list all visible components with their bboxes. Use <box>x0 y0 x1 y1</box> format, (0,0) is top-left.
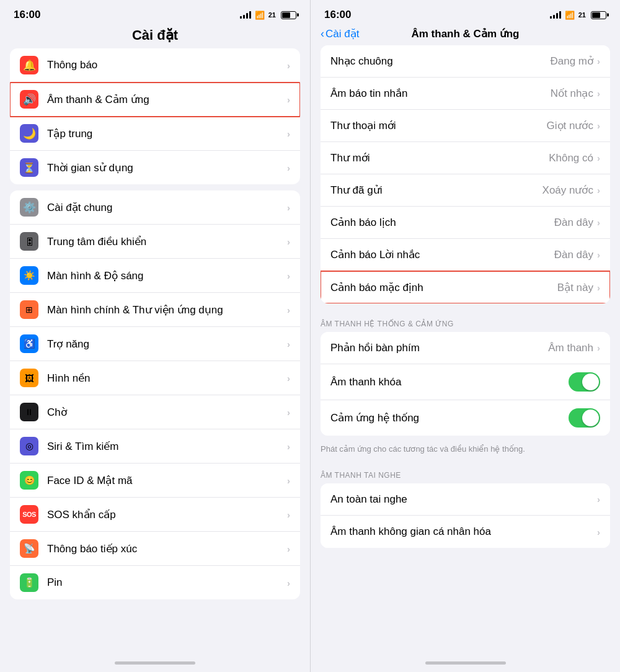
thu-da-gui-value: Xoáy nước <box>542 184 593 197</box>
am-thanh-khoa-toggle[interactable] <box>569 372 600 392</box>
left-status-bar: 16:00 📶 21 <box>0 0 310 25</box>
system-group: Phản hồi bàn phím Âm thanh › Âm thanh kh… <box>321 332 610 436</box>
right-battery-number: 21 <box>578 11 586 19</box>
settings-item-hinh-nen[interactable]: 🖼 Hình nền › <box>10 361 300 395</box>
settings-item-sos[interactable]: SOS SOS khẩn cấp › <box>10 498 300 532</box>
chevron-icon: › <box>597 343 600 353</box>
canh-bao-mac-dinh-label: Cảnh báo mặc định <box>330 281 557 294</box>
left-nav-bar: Cài đặt <box>0 25 310 48</box>
right-signal-icon <box>550 11 561 19</box>
am-thanh-khoa-label: Âm thanh khóa <box>330 376 569 388</box>
left-time: 16:00 <box>14 9 40 21</box>
left-home-indicator <box>0 653 310 672</box>
chevron-icon: › <box>287 509 290 520</box>
am-thanh-label: Âm thanh & Cảm ứng <box>47 93 287 106</box>
chevron-icon: › <box>597 249 600 260</box>
hearing-section-header: ÂM THANH TAI NGHE <box>311 461 620 483</box>
right-content: Nhạc chuông Đang mở › Âm báo tin nhắn Nố… <box>311 45 620 653</box>
settings-item-face-id[interactable]: 😊 Face ID & Mật mã › <box>10 464 300 498</box>
settings-item-man-hinh-chinh[interactable]: ⊞ Màn hình chính & Thư viện ứng dụng › <box>10 293 300 327</box>
right-status-icons: 📶 21 <box>550 11 606 20</box>
right-battery-icon <box>591 11 606 19</box>
thong-bao-tiep-xuc-icon: 📡 <box>20 539 38 558</box>
system-item-am-thanh-khoa[interactable]: Âm thanh khóa <box>321 364 610 400</box>
battery-number: 21 <box>268 11 276 19</box>
chevron-icon: › <box>287 305 290 315</box>
settings-item-thoi-gian[interactable]: ⏳ Thời gian sử dụng › <box>10 151 300 184</box>
hearing-group: An toàn tai nghe › Âm thanh không gian c… <box>321 483 610 548</box>
pin-label: Pin <box>47 576 287 589</box>
system-section-header: ÂM THANH HỆ THỐNG & CẢM ỨNG <box>311 310 620 332</box>
thu-thoai-label: Thư thoại mới <box>330 119 547 132</box>
chevron-icon: › <box>287 128 290 139</box>
system-item-cam-ung-he-thong[interactable]: Cảm ứng hệ thống <box>321 400 610 436</box>
chevron-icon: › <box>287 407 290 418</box>
settings-item-cho[interactable]: ⏸ Chờ › <box>10 395 300 429</box>
ringtone-item-canh-bao-mac-dinh[interactable]: Cảnh báo mặc định Bật này › <box>321 271 610 303</box>
right-status-bar: 16:00 📶 21 <box>311 0 620 25</box>
siri-label: Siri & Tìm kiếm <box>47 440 287 453</box>
chevron-icon: › <box>287 202 290 213</box>
back-chevron-icon: ‹ <box>321 27 324 40</box>
settings-item-pin[interactable]: 🔋 Pin › <box>10 566 300 599</box>
hinh-nen-label: Hình nền <box>47 372 287 385</box>
thong-bao-label: Thông báo <box>47 59 287 71</box>
man-hinh-chinh-label: Màn hình chính & Thư viện ứng dụng <box>47 303 287 316</box>
chevron-icon: › <box>597 88 600 99</box>
back-button[interactable]: ‹ Cài đặt <box>321 27 383 40</box>
ringtone-item-canh-bao-loi-nhac[interactable]: Cảnh báo Lời nhắc Đàn dây › <box>321 239 610 271</box>
settings-item-tap-trung[interactable]: 🌙 Tập trung › <box>10 117 300 151</box>
chevron-icon: › <box>287 163 290 173</box>
right-page-title: Âm thanh & Cảm ứng <box>383 27 548 40</box>
system-section-footer: Phát cảm ứng cho các tương tác và điều k… <box>311 442 620 461</box>
settings-item-cai-dat-chung[interactable]: ⚙️ Cài đặt chung › <box>10 190 300 225</box>
cai-dat-chung-label: Cài đặt chung <box>47 201 287 214</box>
thu-moi-label: Thư mới <box>330 151 549 164</box>
settings-item-thong-bao[interactable]: 🔔 Thông báo › <box>10 48 300 83</box>
canh-bao-lich-label: Cảnh báo lịch <box>330 216 554 229</box>
toggle-knob <box>582 374 599 390</box>
face-id-icon: 😊 <box>20 471 38 490</box>
left-page-title: Cài đặt <box>10 27 300 43</box>
thong-bao-icon: 🔔 <box>20 56 38 74</box>
phan-hoi-ban-phim-label: Phản hồi bàn phím <box>330 341 548 354</box>
chevron-icon: › <box>287 94 290 105</box>
wifi-icon: 📶 <box>255 11 265 20</box>
thu-thoai-value: Giọt nước <box>547 119 593 132</box>
thong-bao-tiep-xuc-label: Thông báo tiếp xúc <box>47 542 287 555</box>
home-bar <box>115 661 195 665</box>
ringtone-item-thu-thoai[interactable]: Thư thoại mới Giọt nước › <box>321 110 610 142</box>
left-settings-list[interactable]: 🔔 Thông báo › 🔊 Âm thanh & Cảm ứng › 🌙 T… <box>0 48 310 653</box>
settings-item-am-thanh[interactable]: 🔊 Âm thanh & Cảm ứng › <box>10 83 300 117</box>
am-thanh-khong-gian-label: Âm thanh không gian cá nhân hóa <box>330 526 597 538</box>
hearing-item-an-toan-tai-nghe[interactable]: An toàn tai nghe › <box>321 483 610 516</box>
settings-item-tro-nang[interactable]: ♿ Trợ năng › <box>10 327 300 361</box>
ringtone-item-thu-moi[interactable]: Thư mới Không có › <box>321 142 610 174</box>
hearing-item-am-thanh-khong-gian[interactable]: Âm thanh không gian cá nhân hóa › <box>321 516 610 548</box>
sos-icon: SOS <box>20 505 38 524</box>
ringtone-item-nhac-chuong[interactable]: Nhạc chuông Đang mở › <box>321 45 610 78</box>
chevron-icon: › <box>597 56 600 66</box>
cam-ung-he-thong-toggle[interactable] <box>569 408 600 428</box>
thoi-gian-label: Thời gian sử dụng <box>47 161 287 174</box>
ringtone-item-canh-bao-lich[interactable]: Cảnh báo lịch Đàn dây › <box>321 207 610 239</box>
right-home-bar <box>425 661 506 665</box>
settings-item-siri[interactable]: ◎ Siri & Tìm kiếm › <box>10 429 300 464</box>
canh-bao-mac-dinh-value: Bật này <box>557 281 593 294</box>
left-status-icons: 📶 21 <box>240 11 296 20</box>
right-time: 16:00 <box>324 9 351 21</box>
chevron-icon: › <box>287 271 290 281</box>
battery-icon <box>281 11 296 19</box>
settings-item-trung-tam[interactable]: 🎛 Trung tâm điều khiển › <box>10 225 300 259</box>
thu-moi-value: Không có <box>549 152 593 164</box>
tap-trung-icon: 🌙 <box>20 124 38 143</box>
thoi-gian-icon: ⏳ <box>20 158 38 177</box>
settings-item-thong-bao-tiep-xuc[interactable]: 📡 Thông báo tiếp xúc › <box>10 532 300 566</box>
chevron-icon: › <box>287 441 290 452</box>
toggle-knob <box>582 410 599 426</box>
settings-item-man-hinh[interactable]: ☀️ Màn hình & Độ sáng › <box>10 259 300 293</box>
ringtone-item-thu-da-gui[interactable]: Thư đã gửi Xoáy nước › <box>321 174 610 207</box>
chevron-icon: › <box>597 120 600 131</box>
ringtone-item-am-bao-tin-nhan[interactable]: Âm báo tin nhắn Nốt nhạc › <box>321 78 610 110</box>
system-item-phan-hoi-ban-phim[interactable]: Phản hồi bàn phím Âm thanh › <box>321 332 610 364</box>
